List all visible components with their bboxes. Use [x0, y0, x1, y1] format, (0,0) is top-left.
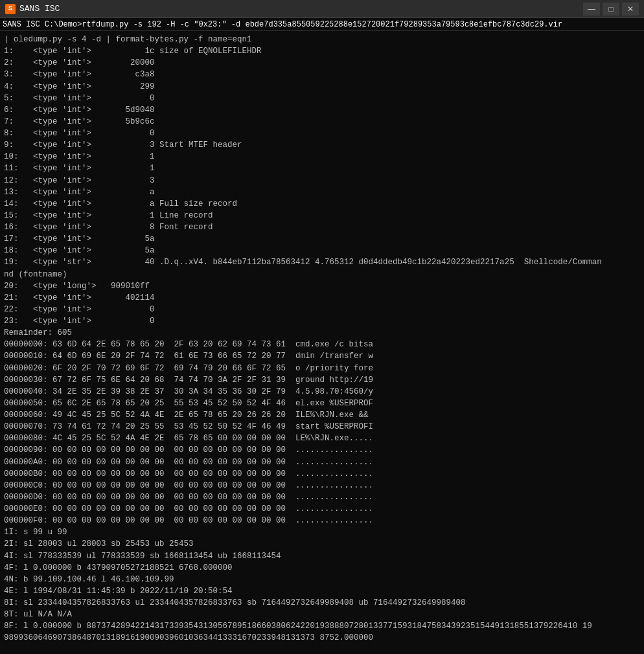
- terminal-line: 00000020: 6F 20 2F 70 72 69 6F 72 69 74 …: [4, 363, 640, 374]
- terminal-line: 10: <type 'int'> 1: [4, 151, 640, 163]
- title-bar: S SANS ISC — □ ✕: [0, 0, 644, 18]
- terminal-line: 00000030: 67 72 6F 75 6E 64 20 68 74 74 …: [4, 374, 640, 386]
- terminal-line: 000000D0: 00 00 00 00 00 00 00 00 00 00 …: [4, 491, 640, 503]
- terminal-line: 4: <type 'int'> 299: [4, 81, 640, 93]
- terminal-line: 00000050: 65 6C 2E 65 78 65 20 25 55 53 …: [4, 398, 640, 409]
- terminal-line: 00000040: 34 2E 35 2E 39 38 2E 37 30 3A …: [4, 386, 640, 398]
- terminal-line: 8T: ul N/A N/A: [4, 609, 640, 620]
- terminal-line: 00000070: 73 74 61 72 74 20 25 55 53 45 …: [4, 421, 640, 433]
- terminal-line: | oledump.py -s 4 -d | format-bytes.py -…: [4, 34, 640, 45]
- terminal-line: 1I: s 99 u 99: [4, 526, 640, 538]
- terminal-line: nd (fontname): [4, 269, 640, 280]
- terminal-line: 5: <type 'int'> 0: [4, 93, 640, 104]
- terminal-line: 7: <type 'int'> 5b9c6c: [4, 116, 640, 128]
- terminal-line: 00000010: 64 6D 69 6E 20 2F 74 72 61 6E …: [4, 350, 640, 362]
- maximize-button[interactable]: □: [603, 3, 619, 16]
- terminal-line: 000000C0: 00 00 00 00 00 00 00 00 00 00 …: [4, 480, 640, 491]
- terminal-line: 9: <type 'int'> 3 Start MTEF header: [4, 139, 640, 151]
- terminal-line: 00000090: 00 00 00 00 00 00 00 00 00 00 …: [4, 444, 640, 456]
- terminal-line: 19: <type 'str'> 40 .D.q..xV4. b844eb711…: [4, 256, 640, 268]
- terminal-line: 13: <type 'int'> a: [4, 186, 640, 198]
- terminal-line: 2: <type 'int'> 20000: [4, 57, 640, 69]
- terminal-line: 8F: l 0.000000 b 88737428942214317339354…: [4, 620, 640, 632]
- title-bar-icon: S: [5, 4, 16, 14]
- terminal-line: 2I: sl 28003 ul 28003 sb 25453 ub 25453: [4, 538, 640, 550]
- terminal-line: 1: <type 'int'> 1c size of EQNOLEFILEHDR: [4, 45, 640, 57]
- terminal-line: 8: <type 'int'> 0: [4, 128, 640, 139]
- minimize-button[interactable]: —: [583, 3, 600, 16]
- terminal-line: 4I: sl 778333539 ul 778333539 sb 1668113…: [4, 550, 640, 562]
- terminal-line: 23: <type 'int'> 0: [4, 315, 640, 327]
- terminal-line: 00000000: 63 6D 64 2E 65 78 65 20 2F 63 …: [4, 339, 640, 350]
- terminal-line: 4E: l 1994/08/31 11:45:39 b 2022/11/10 2…: [4, 585, 640, 597]
- terminal-line: 22: <type 'int'> 0: [4, 304, 640, 315]
- terminal-line: 20: <type 'long'> 909010ff: [4, 280, 640, 292]
- title-bar-controls: — □ ✕: [583, 3, 639, 16]
- terminal-line: 18: <type 'int'> 5a: [4, 245, 640, 256]
- title-bar-text: SANS ISC: [19, 4, 583, 14]
- terminal-line: 3: <type 'int'> c3a8: [4, 69, 640, 80]
- terminal-line: 15: <type 'int'> 1 Line record: [4, 210, 640, 221]
- terminal-line: 000000F0: 00 00 00 00 00 00 00 00 00 00 …: [4, 515, 640, 526]
- bottom-bar: [0, 645, 644, 654]
- close-button[interactable]: ✕: [622, 3, 639, 16]
- terminal-line: 9899360646907386487013189161900903960103…: [4, 632, 640, 644]
- terminal-line: 14: <type 'int'> a Full size record: [4, 198, 640, 210]
- terminal-line: 12: <type 'int'> 3: [4, 175, 640, 186]
- terminal-line: 4N: b 99.109.100.46 l 46.100.109.99: [4, 574, 640, 585]
- terminal-line: 000000A0: 00 00 00 00 00 00 00 00 00 00 …: [4, 457, 640, 468]
- terminal-line: 8I: sl 2334404357826833763 ul 2334404357…: [4, 597, 640, 609]
- terminal-line: Remainder: 605: [4, 327, 640, 339]
- terminal-line: 00000080: 4C 45 25 5C 52 4A 4E 2E 65 78 …: [4, 433, 640, 444]
- terminal[interactable]: | oledump.py -s 4 -d | format-bytes.py -…: [0, 31, 644, 645]
- terminal-line: 21: <type 'int'> 402114: [4, 292, 640, 304]
- terminal-line: 00000060: 49 4C 45 25 5C 52 4A 4E 2E 65 …: [4, 409, 640, 421]
- terminal-line: 000000B0: 00 00 00 00 00 00 00 00 00 00 …: [4, 468, 640, 480]
- terminal-line: 4F: l 0.000000 b 437909705272188521 6768…: [4, 562, 640, 574]
- terminal-line: 11: <type 'int'> 1: [4, 163, 640, 174]
- terminal-line: 17: <type 'int'> 5a: [4, 233, 640, 245]
- terminal-line: 6: <type 'int'> 5d9048: [4, 104, 640, 116]
- terminal-line: 000000E0: 00 00 00 00 00 00 00 00 00 00 …: [4, 503, 640, 515]
- terminal-line: 16: <type 'int'> 8 Font record: [4, 221, 640, 233]
- command-bar: SANS ISC C:\Demo>rtfdump.py -s 192 -H -c…: [0, 18, 644, 31]
